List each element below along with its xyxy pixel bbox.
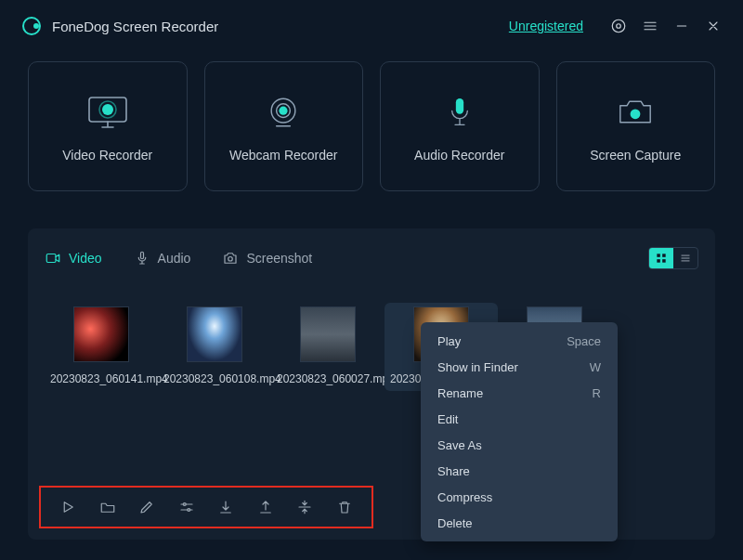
grid-view-icon[interactable] [649,248,673,268]
menu-label: Save As [437,438,482,452]
file-name: 20230823_060108.mp4 [163,371,266,387]
context-menu: Play Space Show in Finder W Rename R Edi… [421,322,618,541]
unregistered-link[interactable]: Unregistered [509,19,583,33]
tab-audio[interactable]: Audio [134,250,191,267]
sliders-icon[interactable] [176,497,197,517]
svg-rect-8 [456,98,463,114]
svg-point-9 [631,109,641,119]
svg-rect-16 [662,259,666,263]
menu-shortcut: W [590,360,601,374]
svg-rect-11 [140,252,143,259]
share-icon[interactable] [255,497,276,517]
menu-label: Edit [437,412,458,426]
mode-screen-capture[interactable]: Screen Capture [556,61,716,191]
menu-shortcut: Space [567,334,601,348]
camera-icon [613,90,658,135]
mode-audio-recorder[interactable]: Audio Recorder [380,61,540,191]
svg-rect-10 [46,254,56,263]
tab-label: Audio [158,251,191,266]
trash-icon[interactable] [334,497,355,517]
header: FoneDog Screen Recorder Unregistered [0,0,743,52]
list-item[interactable]: 20230823_060108.mp4 [158,303,271,391]
menu-item-rename[interactable]: Rename R [421,380,618,406]
tab-screenshot[interactable]: Screenshot [222,250,312,267]
edit-icon[interactable] [137,497,157,517]
library-tabs: Video Audio Screenshot [45,241,698,275]
list-item[interactable]: 20230823_060141.mp4 [45,303,158,391]
svg-rect-15 [657,259,660,263]
mode-video-recorder[interactable]: Video Recorder [28,61,188,191]
list-view-icon[interactable] [673,248,697,268]
app-title: FoneDog Screen Recorder [52,19,218,34]
menu-label: Delete [437,516,473,530]
thumbnail [300,306,356,362]
toolbar [39,486,373,528]
view-switch [648,247,698,269]
menu-label: Rename [437,386,483,400]
mode-label: Screen Capture [590,148,681,163]
monitor-icon [85,90,130,135]
menu-item-edit[interactable]: Edit [421,406,618,432]
svg-rect-14 [662,254,666,257]
thumbnail [187,306,242,362]
thumbnail [73,306,129,362]
file-name: 20230823_060141.mp4 [50,371,152,387]
mode-label: Webcam Recorder [229,148,337,163]
folder-icon[interactable] [98,497,118,517]
menu-label: Share [437,464,470,478]
svg-point-0 [612,20,625,33]
menu-icon[interactable] [641,17,659,35]
menu-item-share[interactable]: Share [421,458,618,484]
svg-rect-13 [657,254,660,257]
webcam-icon [261,90,306,135]
mode-cards: Video Recorder Webcam Recorder Audio Rec… [0,52,743,214]
menu-item-save-as[interactable]: Save As [421,432,618,458]
menu-item-play[interactable]: Play Space [421,328,618,354]
app-logo-icon [22,17,41,35]
mode-webcam-recorder[interactable]: Webcam Recorder [204,61,364,191]
menu-item-compress[interactable]: Compress [421,484,618,510]
tab-video[interactable]: Video [45,250,102,267]
play-icon[interactable] [58,497,78,517]
settings-gear-icon[interactable] [609,17,628,35]
svg-point-6 [280,107,288,115]
svg-point-12 [228,257,233,262]
menu-label: Compress [437,490,492,504]
menu-label: Show in Finder [437,360,518,374]
mode-label: Audio Recorder [414,148,504,163]
download-icon[interactable] [215,497,236,517]
svg-point-1 [617,24,621,29]
svg-point-3 [102,104,113,115]
compress-icon[interactable] [294,497,315,517]
tab-label: Video [69,251,102,266]
menu-label: Play [437,334,461,348]
minimize-icon[interactable] [672,17,691,35]
close-icon[interactable] [704,17,723,35]
file-name: 20230823_060027.mp4 [277,371,379,387]
menu-item-show-in-finder[interactable]: Show in Finder W [421,354,618,380]
list-item[interactable]: 20230823_060027.mp4 [271,303,385,391]
tab-label: Screenshot [246,251,312,266]
microphone-icon [437,90,482,135]
menu-shortcut: R [593,386,601,400]
menu-item-delete[interactable]: Delete [421,510,618,536]
mode-label: Video Recorder [62,148,152,163]
